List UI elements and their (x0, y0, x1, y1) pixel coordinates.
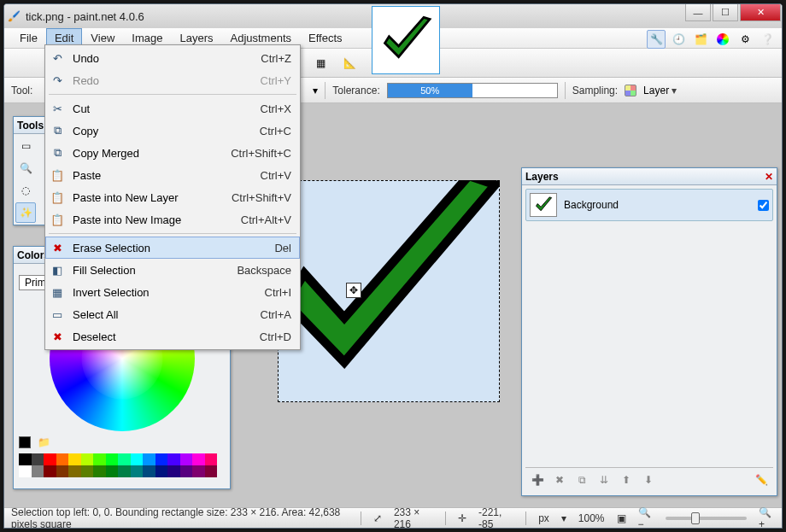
palette-color[interactable] (192, 465, 205, 477)
tool-magic-wand[interactable]: ✨ (15, 202, 36, 223)
palette-color[interactable] (81, 465, 94, 477)
layer-properties-icon[interactable]: ✏️ (753, 471, 770, 488)
titlebar[interactable]: 🖌️ tick.png - paint.net 4.0.6 🔧 🕘 🗂️ ⚙ ❔… (4, 4, 782, 28)
edit-menu-invert-selection[interactable]: ▦Invert SelectionCtrl+I (45, 281, 300, 303)
palette-color[interactable] (68, 465, 81, 477)
zoom-out-icon[interactable]: 🔍− (638, 506, 654, 529)
layers-window-icon[interactable]: 🗂️ (691, 30, 710, 49)
history-window-icon[interactable]: 🕘 (669, 30, 688, 49)
layer-thumbnail (530, 193, 557, 217)
layer-visible-checkbox[interactable] (758, 200, 769, 211)
tool-ellipse-select[interactable]: ◌ (15, 180, 36, 201)
layer-tools: ➕ ✖ ⧉ ⇊ ⬆ ⬇ ✏️ (525, 467, 773, 492)
window-title: tick.png - paint.net 4.0.6 (26, 10, 144, 23)
menu-effects[interactable]: Effects (300, 28, 351, 48)
menu-item-icon: ▦ (49, 284, 66, 301)
edit-menu-fill-selection[interactable]: ◧Fill SelectionBackspace (45, 259, 300, 281)
tools-panel-title: Tools (17, 120, 44, 132)
palette-color[interactable] (19, 453, 32, 465)
menu-item-label: Copy Merged (73, 147, 224, 160)
palette-color[interactable] (118, 453, 131, 465)
tool-window-icon[interactable]: 🔧 (647, 30, 666, 49)
palette-color[interactable] (81, 453, 94, 465)
maximize-button[interactable]: ☐ (713, 4, 738, 21)
palette-color[interactable] (106, 465, 119, 477)
layers-panel[interactable]: Layers✕ Background ➕ ✖ ⧉ ⇊ ⬆ ⬇ ✏️ (521, 167, 777, 496)
edit-menu-paste[interactable]: 📋PasteCtrl+V (45, 164, 300, 186)
palette-color[interactable] (118, 465, 131, 477)
layers-panel-close-icon[interactable]: ✕ (765, 171, 773, 183)
palette-color[interactable] (180, 465, 193, 477)
edit-menu-paste-into-new-layer[interactable]: 📋Paste into New LayerCtrl+Shift+V (45, 186, 300, 208)
palette-color[interactable] (32, 453, 44, 465)
minimize-button[interactable]: — (685, 4, 711, 21)
palette-color[interactable] (44, 465, 56, 477)
zoom-slider[interactable] (666, 517, 747, 520)
edit-menu-paste-into-new-image[interactable]: 📋Paste into New ImageCtrl+Alt+V (45, 208, 300, 231)
tool-rect-select[interactable]: ▭ (15, 136, 36, 156)
edit-menu-deselect[interactable]: ✖DeselectCtrl+D (45, 325, 300, 348)
document-thumbnail[interactable] (372, 6, 440, 74)
tool-zoom[interactable]: 🔍 (15, 158, 36, 178)
palette-color[interactable] (180, 453, 193, 465)
tool-dropdown-icon[interactable]: ▾ (313, 85, 318, 96)
palette-color[interactable] (56, 453, 69, 465)
palette-color[interactable] (44, 453, 56, 465)
tolerance-slider[interactable]: 50% (387, 83, 558, 98)
layer-delete-icon[interactable]: ✖ (551, 471, 568, 488)
edit-menu-copy[interactable]: ⧉CopyCtrl+C (45, 120, 300, 142)
ruler-icon[interactable]: 📐 (337, 51, 361, 75)
palette-color[interactable] (205, 453, 218, 465)
menu-file[interactable]: File (11, 28, 46, 48)
palette-color[interactable] (56, 465, 69, 477)
palette-color[interactable] (155, 453, 168, 465)
tool-label: Tool: (11, 85, 32, 96)
palette-color[interactable] (167, 453, 180, 465)
menu-item-label: Fill Selection (73, 264, 230, 277)
palette-color[interactable] (205, 465, 218, 477)
settings-icon[interactable]: ⚙ (736, 30, 754, 49)
palette-color[interactable] (93, 453, 106, 465)
edit-menu-copy-merged[interactable]: ⧉Copy MergedCtrl+Shift+C (45, 142, 300, 164)
move-handle-icon[interactable]: ✥ (346, 283, 361, 298)
layer-row-background[interactable]: Background (525, 189, 773, 221)
palette-icon[interactable]: 📁 (38, 436, 50, 448)
grid-icon[interactable]: ▦ (308, 51, 332, 75)
palette-color[interactable] (167, 465, 180, 477)
fit-icon[interactable]: ▣ (617, 512, 626, 524)
menu-item-label: Paste into New Layer (73, 191, 225, 204)
layer-up-icon[interactable]: ⬆ (618, 471, 635, 488)
palette-color[interactable] (143, 453, 155, 465)
status-unit[interactable]: px (538, 512, 549, 524)
palette-color[interactable] (131, 465, 144, 477)
close-button[interactable]: ✕ (740, 4, 781, 21)
menu-item-icon: ↶ (49, 50, 66, 67)
canvas-selection[interactable] (278, 180, 500, 402)
palette-color[interactable] (155, 465, 168, 477)
palette-color[interactable] (19, 465, 32, 477)
palette-color[interactable] (68, 453, 81, 465)
layer-merge-icon[interactable]: ⇊ (595, 471, 613, 488)
menu-item-icon: 📋 (49, 211, 66, 228)
palette-color[interactable] (106, 453, 119, 465)
layer-duplicate-icon[interactable]: ⧉ (573, 471, 590, 488)
edit-menu-erase-selection[interactable]: ✖Erase SelectionDel (45, 237, 300, 259)
sampling-dropdown[interactable]: Layer (643, 85, 677, 96)
palette-color[interactable] (32, 465, 44, 477)
edit-menu-select-all[interactable]: ▭Select AllCtrl+A (45, 303, 300, 325)
layer-down-icon[interactable]: ⬇ (640, 471, 657, 488)
menu-item-icon: 📋 (49, 189, 66, 206)
menu-item-label: Erase Selection (73, 242, 267, 254)
mini-swatch[interactable] (19, 436, 31, 448)
edit-menu-undo[interactable]: ↶UndoCtrl+Z (45, 47, 300, 69)
layer-add-icon[interactable]: ➕ (529, 471, 546, 488)
help-icon[interactable]: ❔ (758, 30, 777, 49)
palette-color[interactable] (93, 465, 106, 477)
palette-color[interactable] (192, 453, 205, 465)
colors-window-icon[interactable] (713, 30, 732, 49)
edit-menu-cut[interactable]: ✂CutCtrl+X (45, 97, 300, 120)
tolerance-value: 50% (388, 84, 472, 97)
palette-color[interactable] (143, 465, 155, 477)
zoom-in-icon[interactable]: 🔍+ (759, 506, 775, 529)
palette-color[interactable] (131, 453, 144, 465)
